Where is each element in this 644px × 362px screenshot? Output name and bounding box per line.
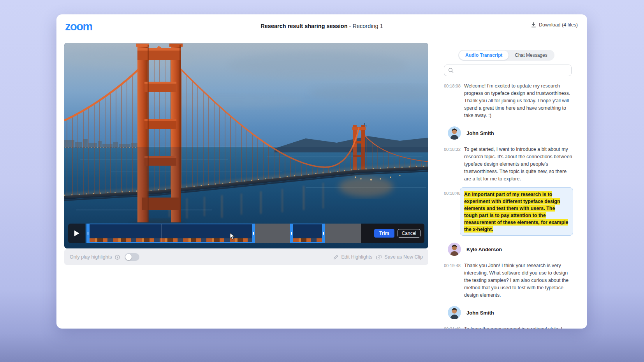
- sidebar-tabs: Audio Transcript Chat Messages: [458, 50, 554, 61]
- speaker-row: Kyle Anderson: [444, 243, 573, 256]
- trim-filmstrip[interactable]: Trim Cancel: [86, 224, 424, 243]
- transcript-entry[interactable]: 00:21:48To keep the measurement in a rat…: [444, 325, 573, 329]
- video-player[interactable]: Trim Cancel: [64, 43, 428, 248]
- trim-handle-right[interactable]: [322, 224, 325, 243]
- transcript-search[interactable]: [444, 65, 572, 76]
- trim-unselected-region: [325, 224, 361, 243]
- transcript-entry-highlighted[interactable]: 00:18:48An important part of my research…: [444, 190, 573, 236]
- play-icon: [74, 230, 80, 237]
- message-text: Welcome! I'm excited to update my resear…: [464, 82, 573, 119]
- recording-label: Recording 1: [352, 23, 383, 29]
- speaker-name: John Smith: [466, 310, 494, 316]
- tab-chat-messages[interactable]: Chat Messages: [509, 51, 553, 60]
- search-icon: [448, 68, 454, 73]
- toggle-knob: [125, 254, 132, 260]
- avatar: [448, 243, 461, 256]
- clip-copy-icon: [376, 255, 382, 260]
- speaker-row: John Smith: [444, 126, 573, 140]
- message-text: To get started, I want to introduce a bi…: [464, 146, 573, 183]
- transcript-list: 00:18:08Welcome! I'm excited to update m…: [444, 82, 573, 329]
- golden-gate-bridge-video-frame: [64, 43, 428, 248]
- transcript-entry[interactable]: 00:18:08Welcome! I'm excited to update m…: [444, 82, 573, 119]
- message-text: An important part of my research is to e…: [460, 187, 573, 236]
- speaker-row: John Smith: [444, 306, 573, 319]
- playhead[interactable]: [162, 224, 162, 242]
- avatar: [448, 126, 461, 140]
- timestamp: 00:21:48: [444, 325, 464, 329]
- save-as-new-clip-button[interactable]: Save as New Clip: [376, 254, 423, 260]
- speaker-name: Kyle Anderson: [466, 247, 502, 252]
- transcript-entry[interactable]: 00:18:32To get started, I want to introd…: [444, 146, 573, 183]
- pencil-icon: [333, 255, 338, 260]
- trim-actions: Trim Cancel: [361, 224, 424, 243]
- mouse-cursor: [229, 233, 236, 242]
- trim-button[interactable]: Trim: [374, 229, 394, 238]
- info-icon[interactable]: [115, 255, 120, 260]
- play-button[interactable]: [68, 224, 85, 243]
- trim-selection-2[interactable]: [290, 224, 325, 243]
- trim-handle-left[interactable]: [290, 224, 293, 243]
- player-controls-bar: Only play highlights Edit Highlights Sav…: [64, 249, 428, 265]
- trim-handle-left[interactable]: [86, 224, 90, 243]
- search-input[interactable]: [456, 68, 567, 73]
- only-play-highlights-label: Only play highlights: [70, 254, 112, 260]
- message-text: To keep the measurement in a rational st…: [464, 325, 573, 329]
- download-icon: [531, 22, 536, 28]
- trim-bar: Trim Cancel: [68, 224, 424, 243]
- trim-unselected-region: [255, 224, 290, 243]
- tab-audio-transcript[interactable]: Audio Transcript: [459, 51, 509, 60]
- page-title: Research result sharing session - Record…: [56, 23, 587, 29]
- recording-window: zoom Research result sharing session - R…: [56, 14, 587, 329]
- trim-handle-right[interactable]: [252, 224, 255, 243]
- transcript-entry[interactable]: 00:19:48Thank you John! I think your res…: [444, 262, 573, 299]
- session-title: Research result sharing session: [260, 23, 347, 29]
- cancel-button[interactable]: Cancel: [398, 229, 421, 238]
- highlighted-text: An important part of my research is to e…: [464, 191, 568, 233]
- sidebar-divider: [437, 37, 437, 329]
- timestamp: 00:19:48: [444, 262, 464, 299]
- timestamp: 00:18:32: [444, 146, 464, 183]
- only-play-highlights-toggle[interactable]: [125, 253, 139, 261]
- timestamp: 00:18:08: [444, 82, 464, 119]
- download-button[interactable]: Download (4 files): [531, 22, 578, 28]
- avatar: [448, 306, 461, 319]
- message-text: Thank you John! I think your research is…: [464, 262, 573, 299]
- speaker-name: John Smith: [466, 130, 494, 136]
- edit-highlights-button[interactable]: Edit Highlights: [333, 254, 372, 260]
